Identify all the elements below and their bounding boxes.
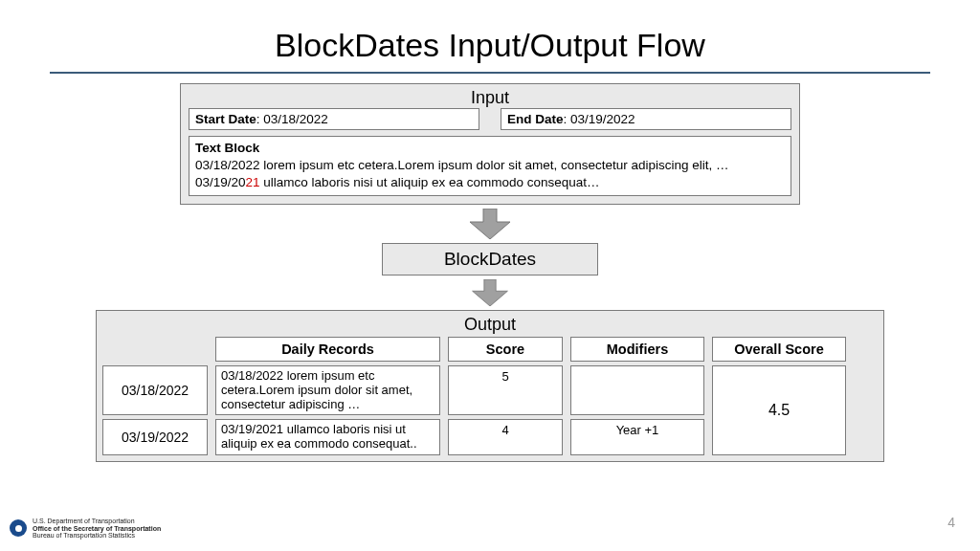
end-date-box: End Date: 03/19/2022 — [501, 108, 791, 130]
row1-date: 03/18/2022 — [102, 365, 208, 416]
page-number: 4 — [947, 515, 955, 530]
row1-record: 03/18/2022 lorem ipsum etc cetera.Lorem … — [215, 365, 440, 416]
input-panel: Input Start Date: 03/18/2022 End Date: 0… — [180, 83, 800, 205]
text-block-line1: 03/18/2022 lorem ipsum etc cetera.Lorem … — [195, 158, 729, 172]
footer-line1: U.S. Department of Transportation — [33, 518, 161, 525]
text-block-line2-post: ullamco laboris nisi ut aliquip ex ea co… — [260, 175, 600, 189]
header-spacer — [102, 337, 208, 362]
blockdates-box: BlockDates — [382, 243, 598, 276]
start-date-value: 03/18/2022 — [263, 112, 328, 126]
title-divider — [50, 72, 930, 74]
footer-branding: U.S. Department of Transportation Office… — [10, 518, 161, 540]
start-date-label: Start Date — [195, 112, 256, 126]
text-block-line2-highlight: 21 — [246, 175, 260, 189]
input-heading: Input — [189, 88, 791, 108]
text-block-line2-pre: 03/19/20 — [195, 175, 246, 189]
output-heading: Output — [102, 315, 878, 335]
col-overall-score: Overall Score — [712, 337, 846, 362]
footer-text: U.S. Department of Transportation Office… — [33, 518, 161, 540]
text-block-label: Text Block — [195, 141, 259, 155]
footer-line2: Office of the Secretary of Transportatio… — [33, 525, 161, 533]
footer-line3: Bureau of Transportation Statistics — [33, 532, 161, 540]
col-daily-records: Daily Records — [215, 337, 440, 362]
output-panel: Output Daily Records Score Modifiers Ove… — [96, 310, 884, 463]
row1-score: 5 — [448, 365, 563, 416]
arrow-down-icon — [468, 209, 512, 239]
row2-record: 03/19/2021 ullamco laboris nisi ut aliqu… — [215, 419, 440, 455]
overall-score-value: 4.5 — [712, 365, 846, 456]
row2-modifier: Year +1 — [570, 419, 704, 455]
dot-logo-icon — [10, 519, 27, 537]
arrow-down-icon — [468, 279, 512, 306]
end-date-colon: : — [564, 112, 571, 126]
row1-modifier — [570, 365, 704, 416]
row2-score: 4 — [448, 419, 563, 455]
page-title: BlockDates Input/Output Flow — [0, 27, 980, 64]
col-modifiers: Modifiers — [570, 337, 704, 362]
start-date-box: Start Date: 03/18/2022 — [189, 108, 479, 130]
output-table: Daily Records Score Modifiers Overall Sc… — [102, 337, 878, 456]
end-date-label: End Date — [507, 112, 564, 126]
text-block-box: Text Block 03/18/2022 lorem ipsum etc ce… — [189, 136, 791, 196]
col-score: Score — [448, 337, 563, 362]
end-date-value: 03/19/2022 — [570, 112, 635, 126]
row2-date: 03/19/2022 — [102, 419, 208, 455]
